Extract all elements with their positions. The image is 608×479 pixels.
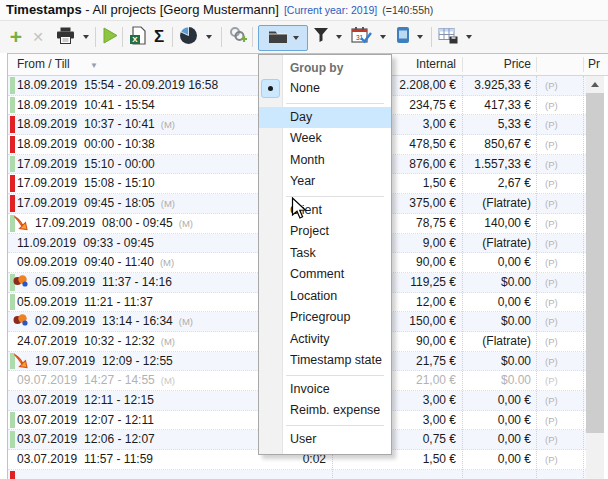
- menu-title: Group by: [259, 58, 391, 78]
- menu-item-label: Invoice: [290, 382, 330, 396]
- row-internal-value: 3,00 €: [423, 411, 456, 430]
- row-date: 03.07.2019: [17, 432, 77, 446]
- display-dropdown-button[interactable]: [414, 25, 426, 49]
- row-internal-value: 21,75 €: [416, 352, 456, 371]
- row-date: 24.07.2019: [17, 334, 77, 348]
- row-time-range: 10:37 - 10:41: [84, 117, 155, 131]
- row-price-value: 417,33 €: [484, 96, 531, 115]
- row-time-range: 09:40 - 11:40: [84, 255, 154, 269]
- column-header-pricegroup-clipped[interactable]: Pr: [588, 54, 600, 75]
- dots-icon: [12, 274, 32, 291]
- row-pricegroup-marker: (P): [545, 293, 558, 313]
- scrollbar-thumb[interactable]: [586, 93, 604, 433]
- play-icon: [102, 27, 118, 48]
- grid-save-icon: [438, 27, 459, 48]
- menu-item-label: Reimb. expense: [290, 403, 380, 417]
- chevron-down-icon: [206, 35, 212, 39]
- sum-button[interactable]: Σ: [150, 25, 168, 49]
- row-time-range: 12:09 - 12:55: [102, 354, 173, 368]
- filter-button[interactable]: [311, 25, 330, 49]
- chevron-up-icon: [591, 82, 599, 87]
- menu-item-user[interactable]: User: [259, 429, 391, 451]
- row-time-range: 10:41 - 15:54: [84, 98, 155, 112]
- table-layout-dropdown-button[interactable]: [463, 25, 475, 49]
- row-date: 19.07.2019: [35, 354, 95, 368]
- pie-chart-dropdown-button[interactable]: [203, 25, 215, 49]
- menu-item-year[interactable]: Year: [259, 171, 391, 193]
- export-excel-button[interactable]: X: [127, 25, 147, 49]
- row-date: 11.09.2019: [17, 236, 76, 250]
- link-add-button[interactable]: [227, 25, 249, 49]
- display-mode-button[interactable]: [394, 25, 411, 49]
- row-pricegroup-marker: (P): [545, 234, 558, 254]
- menu-item-timestamp-state[interactable]: Timestamp state: [259, 350, 391, 372]
- menu-item-day[interactable]: Day: [259, 107, 391, 129]
- menu-item-label: Timestamp state: [290, 353, 382, 367]
- row-pricegroup-marker: (P): [545, 332, 558, 352]
- column-header-from-till[interactable]: From / Till: [17, 54, 70, 75]
- pie-chart-button[interactable]: [178, 25, 199, 49]
- row-time-range: 12:11 - 12:15: [84, 393, 154, 407]
- row-price-value: $0.00: [501, 352, 531, 371]
- manual-entry-marker: (M): [161, 336, 175, 347]
- row-price-value: $0.00: [501, 312, 531, 331]
- row-internal-value: 876,00 €: [409, 155, 456, 174]
- menu-item-label: Comment: [290, 267, 344, 281]
- vertical-scrollbar[interactable]: [586, 76, 604, 479]
- row-price-value: 1.557,33 €: [474, 155, 531, 174]
- calendar-range-button[interactable]: 31: [350, 25, 373, 49]
- manual-entry-marker: (M): [160, 257, 174, 268]
- filter-dropdown-button[interactable]: [333, 25, 345, 49]
- menu-item-label: Task: [290, 246, 316, 260]
- row-time-range: 15:54 - 20.09.2019 16:58: [84, 78, 218, 92]
- calendar-dropdown-button[interactable]: [377, 25, 389, 49]
- row-internal-value: 1,50 €: [423, 174, 456, 193]
- row-internal-value: 12,00 €: [416, 293, 456, 312]
- radio-selected-icon: [261, 79, 280, 98]
- add-timestamp-button[interactable]: +: [6, 25, 26, 49]
- menu-item-none[interactable]: None: [259, 78, 391, 100]
- sort-descending-icon[interactable]: ▼: [90, 55, 98, 76]
- plus-icon: +: [10, 27, 22, 47]
- row-date: 18.09.2019: [17, 78, 77, 92]
- delete-timestamp-button[interactable]: ✕: [29, 25, 47, 49]
- menu-item-week[interactable]: Week: [259, 128, 391, 150]
- row-date: 17.09.2019: [17, 157, 77, 171]
- row-pricegroup-marker: (P): [545, 76, 558, 96]
- row-internal-value: 478,50 €: [409, 135, 456, 154]
- column-header-internal[interactable]: Internal: [416, 54, 456, 75]
- sigma-icon: Σ: [154, 27, 164, 47]
- menu-item-invoice[interactable]: Invoice: [259, 379, 391, 401]
- menu-item-reimb-expense[interactable]: Reimb. expense: [259, 400, 391, 422]
- menu-item-label: Month: [290, 153, 325, 167]
- menu-item-location[interactable]: Location: [259, 286, 391, 308]
- row-internal-value: 21,00 €: [416, 371, 456, 390]
- chevron-down-icon: [336, 35, 342, 39]
- excel-export-icon: X: [129, 26, 146, 49]
- row-internal-value: 2.208,00 €: [399, 76, 456, 95]
- print-button[interactable]: [54, 25, 76, 49]
- menu-item-pricegroup[interactable]: Pricegroup: [259, 307, 391, 329]
- menu-item-task[interactable]: Task: [259, 243, 391, 265]
- table-layout-button[interactable]: [437, 25, 460, 49]
- row-time-range: 15:08 - 15:10: [84, 176, 155, 190]
- scrollbar-up-button[interactable]: [586, 76, 604, 93]
- row-time-range: 11:37 - 14:16: [102, 275, 172, 289]
- print-dropdown-button[interactable]: [80, 25, 92, 49]
- toolbar-separator: [122, 27, 123, 47]
- start-timer-button[interactable]: [100, 25, 120, 49]
- row-price-value: (Flatrate): [482, 234, 531, 253]
- group-by-button[interactable]: [258, 25, 308, 51]
- menu-item-label: Day: [290, 110, 312, 124]
- menu-item-client[interactable]: Client: [259, 200, 391, 222]
- row-date: 18.09.2019: [17, 117, 77, 131]
- toolbar-separator: [172, 27, 173, 47]
- menu-item-month[interactable]: Month: [259, 150, 391, 172]
- row-date: 05.09.2019: [17, 295, 77, 309]
- menu-item-project[interactable]: Project: [259, 221, 391, 243]
- column-header-price[interactable]: Price: [504, 54, 531, 75]
- table-row[interactable]: [8, 470, 586, 479]
- row-price-value: 850,67 €: [484, 135, 531, 154]
- menu-item-comment[interactable]: Comment: [259, 264, 391, 286]
- menu-item-activity[interactable]: Activity: [259, 329, 391, 351]
